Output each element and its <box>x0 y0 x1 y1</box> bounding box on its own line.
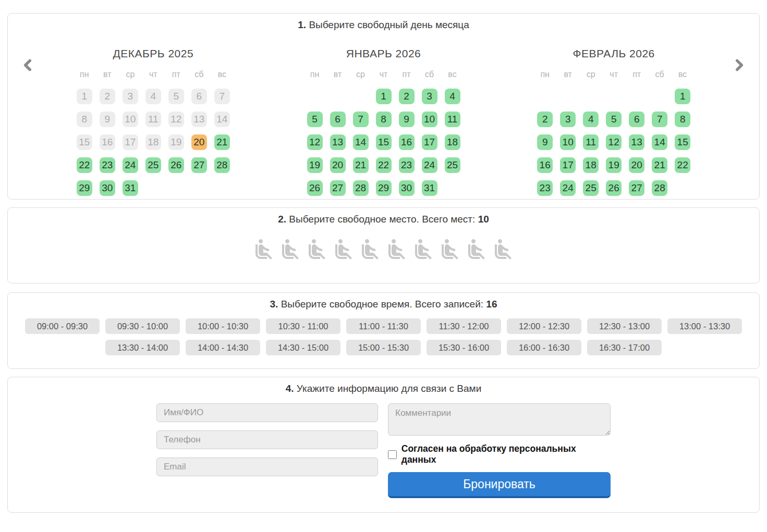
day-cell[interactable]: 12 <box>307 134 323 150</box>
day-cell[interactable]: 7 <box>652 112 667 127</box>
day-cell[interactable]: 4 <box>583 112 599 127</box>
time-slot[interactable]: 13:00 - 13:30 <box>667 318 742 334</box>
day-cell[interactable]: 26 <box>307 180 323 196</box>
day-cell[interactable]: 3 <box>422 89 437 104</box>
day-cell[interactable]: 26 <box>168 157 184 173</box>
day-cell[interactable]: 24 <box>422 157 437 173</box>
time-slot[interactable]: 10:00 - 10:30 <box>186 318 260 334</box>
day-cell[interactable]: 15 <box>675 134 690 150</box>
day-cell[interactable]: 1 <box>675 89 690 104</box>
time-slot[interactable]: 12:30 - 13:00 <box>587 318 662 334</box>
day-cell[interactable]: 22 <box>77 157 92 173</box>
time-slot[interactable]: 16:30 - 17:00 <box>587 340 662 355</box>
day-cell[interactable]: 27 <box>330 180 346 196</box>
day-cell[interactable]: 20 <box>330 157 346 173</box>
seat-icon[interactable] <box>464 233 490 266</box>
time-slot[interactable]: 15:30 - 16:00 <box>427 340 501 355</box>
day-cell[interactable]: 20 <box>191 134 207 150</box>
email-field[interactable] <box>156 457 378 476</box>
time-slot[interactable]: 10:30 - 11:00 <box>266 318 340 334</box>
seat-icon[interactable] <box>251 233 277 266</box>
time-slot[interactable]: 14:00 - 14:30 <box>186 340 260 355</box>
day-cell[interactable]: 27 <box>191 157 207 173</box>
seat-icon[interactable] <box>331 233 357 266</box>
day-cell[interactable]: 17 <box>422 134 437 150</box>
day-cell[interactable]: 30 <box>100 180 115 196</box>
day-cell[interactable]: 18 <box>583 157 599 173</box>
day-cell[interactable]: 9 <box>399 112 415 127</box>
day-cell[interactable]: 11 <box>583 134 599 150</box>
day-cell[interactable]: 28 <box>652 180 667 196</box>
day-cell[interactable]: 26 <box>606 180 622 196</box>
day-cell[interactable]: 20 <box>629 157 644 173</box>
day-cell[interactable]: 10 <box>422 112 437 127</box>
day-cell[interactable]: 6 <box>629 112 644 127</box>
time-slot[interactable]: 16:00 - 16:30 <box>507 340 581 355</box>
day-cell[interactable]: 22 <box>675 157 690 173</box>
day-cell[interactable]: 6 <box>330 112 346 127</box>
day-cell[interactable]: 7 <box>353 112 369 127</box>
day-cell[interactable]: 2 <box>537 112 553 127</box>
phone-field[interactable] <box>156 430 378 449</box>
day-cell[interactable]: 25 <box>445 157 460 173</box>
time-slot[interactable]: 09:00 - 09:30 <box>25 318 100 334</box>
day-cell[interactable]: 9 <box>537 134 553 150</box>
time-slot[interactable]: 11:00 - 11:30 <box>346 318 421 334</box>
day-cell[interactable]: 18 <box>445 134 460 150</box>
day-cell[interactable]: 23 <box>399 157 415 173</box>
consent-label[interactable]: Согласен на обработку персональных данны… <box>401 443 611 465</box>
seat-icon[interactable] <box>410 233 437 266</box>
seat-icon[interactable] <box>437 233 464 266</box>
time-slot[interactable]: 15:00 - 15:30 <box>346 340 421 355</box>
day-cell[interactable]: 1 <box>376 89 392 104</box>
day-cell[interactable]: 21 <box>652 157 667 173</box>
day-cell[interactable]: 13 <box>629 134 644 150</box>
time-slot[interactable]: 11:30 - 12:00 <box>427 318 501 334</box>
time-slot[interactable]: 14:30 - 15:00 <box>266 340 340 355</box>
day-cell[interactable]: 14 <box>652 134 667 150</box>
day-cell[interactable]: 2 <box>399 89 415 104</box>
day-cell[interactable]: 17 <box>560 157 576 173</box>
day-cell[interactable]: 25 <box>583 180 599 196</box>
day-cell[interactable]: 30 <box>399 180 415 196</box>
time-slot[interactable]: 13:30 - 14:00 <box>105 340 180 355</box>
time-slot[interactable]: 12:00 - 12:30 <box>507 318 581 334</box>
next-month-button[interactable] <box>729 55 750 76</box>
day-cell[interactable]: 3 <box>560 112 576 127</box>
name-field[interactable] <box>156 403 378 422</box>
day-cell[interactable]: 31 <box>422 180 437 196</box>
day-cell[interactable]: 22 <box>376 157 392 173</box>
day-cell[interactable]: 16 <box>399 134 415 150</box>
day-cell[interactable]: 23 <box>537 180 553 196</box>
day-cell[interactable]: 24 <box>123 157 138 173</box>
day-cell[interactable]: 8 <box>376 112 392 127</box>
comments-field[interactable] <box>388 403 611 436</box>
day-cell[interactable]: 28 <box>353 180 369 196</box>
day-cell[interactable]: 12 <box>606 134 622 150</box>
day-cell[interactable]: 5 <box>307 112 323 127</box>
day-cell[interactable]: 21 <box>353 157 369 173</box>
day-cell[interactable]: 23 <box>100 157 115 173</box>
seat-icon[interactable] <box>277 233 304 266</box>
book-button[interactable]: Бронировать <box>388 472 611 498</box>
day-cell[interactable]: 11 <box>445 112 460 127</box>
day-cell[interactable]: 8 <box>675 112 690 127</box>
day-cell[interactable]: 24 <box>560 180 576 196</box>
seat-icon[interactable] <box>357 233 384 266</box>
day-cell[interactable]: 16 <box>537 157 553 173</box>
day-cell[interactable]: 27 <box>629 180 644 196</box>
day-cell[interactable]: 29 <box>376 180 392 196</box>
day-cell[interactable]: 19 <box>307 157 323 173</box>
day-cell[interactable]: 29 <box>77 180 92 196</box>
seat-icon[interactable] <box>304 233 331 266</box>
seat-icon[interactable] <box>490 233 517 266</box>
seat-icon[interactable] <box>384 233 410 266</box>
day-cell[interactable]: 21 <box>214 134 230 150</box>
day-cell[interactable]: 15 <box>376 134 392 150</box>
day-cell[interactable]: 28 <box>214 157 230 173</box>
day-cell[interactable]: 31 <box>123 180 138 196</box>
day-cell[interactable]: 19 <box>606 157 622 173</box>
day-cell[interactable]: 25 <box>145 157 161 173</box>
prev-month-button[interactable] <box>17 55 38 76</box>
time-slot[interactable]: 09:30 - 10:00 <box>105 318 180 334</box>
